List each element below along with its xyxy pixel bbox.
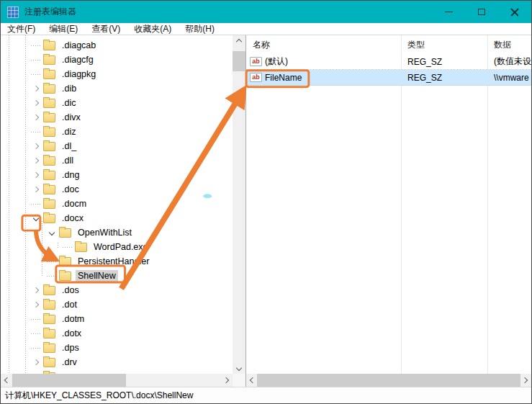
folder-icon	[43, 214, 55, 223]
tree-node-dng[interactable]: .dng	[1, 168, 233, 182]
value-type: REG_SZ	[401, 73, 487, 83]
column-header-name[interactable]: 名称	[246, 35, 401, 54]
tree-node-label: .diz	[60, 126, 78, 138]
column-header-type[interactable]: 类型	[401, 35, 487, 54]
tree-node-dic[interactable]: .dic	[1, 96, 233, 110]
folder-icon	[43, 156, 55, 166]
tree-node-dot[interactable]: .dot	[1, 297, 233, 312]
tree-node-diagcab[interactable]: .diagcab	[1, 38, 233, 53]
value-name-cell[interactable]: ab(默认)	[246, 55, 401, 68]
tree-node-label: OpenWithList	[76, 227, 134, 238]
folder-icon	[43, 41, 55, 50]
tree-node-label: .diagcab	[60, 40, 98, 51]
maximize-button[interactable]	[465, 1, 498, 23]
scrollbar-thumb[interactable]	[233, 51, 245, 71]
folder-icon	[43, 329, 55, 338]
scrollbar-thumb[interactable]	[12, 374, 126, 387]
expander-collapsed-icon[interactable]	[30, 355, 42, 369]
close-button[interactable]	[498, 1, 531, 23]
tree-node-dll[interactable]: .dll	[1, 153, 233, 168]
expander-collapsed-icon[interactable]	[30, 139, 42, 153]
menu-help[interactable]: 帮助(H)	[185, 23, 215, 35]
tree-node-dos[interactable]: .dos	[1, 283, 233, 297]
expander-collapsed-icon[interactable]	[30, 110, 42, 125]
tree-node-dotm[interactable]: .dotm	[1, 312, 233, 326]
values-pane: 名称 类型 数据 ab(默认)REG_SZ(数值未设abFileNameREG_…	[246, 35, 531, 387]
expander-collapsed-icon[interactable]	[30, 168, 42, 182]
expander-collapsed-icon[interactable]	[30, 283, 42, 297]
tree-node-drv[interactable]: .drv	[1, 355, 233, 369]
tree-pane: .diagcab.diagcfg.diagpkg.dib.dic.divx.di…	[1, 35, 246, 387]
tree-connector	[30, 197, 42, 211]
folder-icon	[43, 113, 55, 122]
tree-node-dl[interactable]: .dl_	[1, 139, 233, 153]
tree-node-label: .drv	[60, 356, 79, 368]
tree-vertical-scrollbar[interactable]	[233, 35, 245, 374]
column-separator[interactable]	[401, 35, 402, 374]
tree-node-persistenthandler[interactable]: PersistentHandler	[1, 254, 233, 269]
column-separator[interactable]	[487, 35, 488, 374]
tree-horizontal-scrollbar[interactable]	[1, 374, 233, 387]
tree-node-divx[interactable]: .divx	[1, 110, 233, 125]
value-row-[interactable]: ab(默认)REG_SZ(数值未设	[246, 54, 531, 70]
tree-node-label: .dll	[60, 155, 76, 166]
folder-icon	[43, 315, 55, 324]
window-controls	[432, 1, 531, 23]
folder-icon	[43, 142, 55, 151]
string-value-icon: ab	[250, 73, 262, 82]
values-horizontal-scrollbar[interactable]	[246, 374, 531, 387]
expander-collapsed-icon[interactable]	[30, 153, 42, 168]
folder-icon	[75, 243, 87, 252]
tree-connector	[30, 53, 42, 67]
expander-collapsed-icon[interactable]	[30, 81, 42, 96]
menu-file[interactable]: 文件(F)	[7, 23, 35, 35]
tree-node-diagpkg[interactable]: .diagpkg	[1, 67, 233, 81]
column-header-data[interactable]: 数据	[487, 35, 531, 54]
value-row-filename[interactable]: abFileNameREG_SZ\\vmware	[246, 70, 531, 86]
expander-expanded-icon[interactable]	[30, 211, 42, 225]
tree-connector	[30, 326, 42, 341]
tree-node-doc[interactable]: .doc	[1, 182, 233, 197]
menu-view[interactable]: 查看(V)	[91, 23, 120, 35]
folder-icon	[43, 185, 55, 194]
close-icon	[510, 8, 519, 17]
folder-icon	[43, 358, 55, 367]
tree-node-dib[interactable]: .dib	[1, 81, 233, 96]
value-data: \\vmware	[487, 73, 531, 83]
folder-icon	[43, 70, 55, 79]
minimize-button[interactable]	[432, 1, 465, 23]
folder-icon	[43, 55, 55, 65]
tree-node-label: .docm	[60, 198, 89, 210]
tree-connector	[30, 125, 42, 139]
titlebar: 注册表编辑器	[1, 1, 531, 23]
scroll-right-button[interactable]	[518, 374, 531, 387]
scroll-up-button[interactable]	[233, 35, 245, 48]
tree-node-label: .doc	[60, 184, 81, 195]
menu-favorites[interactable]: 收藏夹(A)	[134, 23, 171, 35]
scroll-down-button[interactable]	[233, 362, 245, 374]
tree-node-diz[interactable]: .diz	[1, 125, 233, 139]
chevron-left-icon	[4, 377, 10, 383]
tree-node-openwithlist[interactable]: OpenWithList	[1, 225, 233, 240]
tree-node-label: .dos	[60, 284, 81, 296]
expander-collapsed-icon[interactable]	[30, 297, 42, 312]
value-name-cell[interactable]: abFileName	[246, 73, 401, 83]
tree-node-label: .dib	[60, 83, 78, 94]
tree-connector	[30, 67, 42, 81]
tree-node-docm[interactable]: .docm	[1, 197, 233, 211]
scroll-right-button[interactable]	[220, 374, 233, 387]
folder-icon	[43, 127, 55, 137]
expander-expanded-icon[interactable]	[45, 225, 58, 240]
expander-collapsed-icon[interactable]	[30, 182, 42, 197]
tree-node-shellnew[interactable]: ShellNew	[1, 269, 233, 283]
expander-collapsed-icon[interactable]	[30, 96, 42, 110]
status-path: 计算机\HKEY_CLASSES_ROOT\.docx\ShellNew	[5, 390, 193, 402]
tree-node-docx[interactable]: .docx	[1, 211, 233, 225]
tree-node-dotx[interactable]: .dotx	[1, 326, 233, 341]
tree-node-diagcfg[interactable]: .diagcfg	[1, 53, 233, 67]
tree-node-wordpadexe[interactable]: WordPad.exe	[1, 240, 233, 254]
menu-edit[interactable]: 编辑(E)	[49, 23, 78, 35]
tree-connector	[45, 254, 58, 269]
scrollbar-thumb[interactable]	[257, 374, 520, 387]
tree-node-dps[interactable]: .dps	[1, 341, 233, 355]
